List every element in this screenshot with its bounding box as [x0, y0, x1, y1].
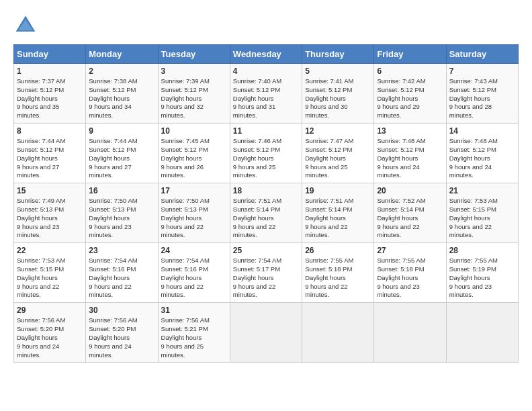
day-info: Sunrise: 7:50 AM Sunset: 5:13 PM Dayligh…: [89, 197, 154, 240]
day-info: Sunrise: 7:45 AM Sunset: 5:12 PM Dayligh…: [161, 137, 227, 180]
day-info: Sunrise: 7:46 AM Sunset: 5:12 PM Dayligh…: [233, 137, 299, 180]
day-cell: 14 Sunrise: 7:48 AM Sunset: 5:12 PM Dayl…: [446, 124, 518, 183]
day-number: 23: [89, 246, 154, 255]
day-number: 13: [377, 126, 443, 136]
day-cell: 4 Sunrise: 7:40 AM Sunset: 5:12 PM Dayli…: [230, 64, 302, 124]
day-info: Sunrise: 7:48 AM Sunset: 5:12 PM Dayligh…: [377, 137, 443, 180]
day-cell: 31 Sunrise: 7:56 AM Sunset: 5:21 PM Dayl…: [158, 303, 230, 363]
day-info: Sunrise: 7:56 AM Sunset: 5:20 PM Dayligh…: [17, 316, 83, 359]
week-row-2: 8 Sunrise: 7:44 AM Sunset: 5:12 PM Dayli…: [14, 124, 519, 183]
column-header-sunday: Sunday: [14, 45, 86, 64]
week-row-3: 15 Sunrise: 7:49 AM Sunset: 5:13 PM Dayl…: [14, 183, 519, 243]
day-cell: 19 Sunrise: 7:51 AM Sunset: 5:14 PM Dayl…: [302, 183, 374, 243]
day-number: 18: [233, 186, 299, 195]
week-row-5: 29 Sunrise: 7:56 AM Sunset: 5:20 PM Dayl…: [14, 303, 519, 363]
day-number: 1: [17, 66, 83, 76]
day-number: 6: [377, 66, 443, 76]
day-cell: 11 Sunrise: 7:46 AM Sunset: 5:12 PM Dayl…: [230, 124, 302, 183]
day-cell: 8 Sunrise: 7:44 AM Sunset: 5:12 PM Dayli…: [14, 124, 86, 183]
day-number: 16: [89, 186, 154, 195]
day-cell: 28 Sunrise: 7:55 AM Sunset: 5:19 PM Dayl…: [446, 243, 518, 303]
day-info: Sunrise: 7:52 AM Sunset: 5:14 PM Dayligh…: [377, 197, 443, 240]
day-number: 29: [17, 306, 83, 315]
day-cell: 9 Sunrise: 7:44 AM Sunset: 5:12 PM Dayli…: [86, 124, 158, 183]
day-info: Sunrise: 7:43 AM Sunset: 5:12 PM Dayligh…: [449, 77, 515, 120]
day-info: Sunrise: 7:55 AM Sunset: 5:18 PM Dayligh…: [305, 257, 371, 300]
day-number: 21: [449, 186, 515, 195]
page-header: [13, 13, 519, 38]
week-row-1: 1 Sunrise: 7:37 AM Sunset: 5:12 PM Dayli…: [14, 64, 519, 124]
day-cell: 18 Sunrise: 7:51 AM Sunset: 5:14 PM Dayl…: [230, 183, 302, 243]
day-info: Sunrise: 7:54 AM Sunset: 5:17 PM Dayligh…: [233, 257, 299, 300]
column-header-tuesday: Tuesday: [158, 45, 230, 64]
day-cell: 22 Sunrise: 7:53 AM Sunset: 5:15 PM Dayl…: [14, 243, 86, 303]
day-number: 4: [233, 66, 299, 76]
day-number: 3: [161, 66, 227, 76]
logo-icon: [13, 13, 38, 38]
day-cell: 1 Sunrise: 7:37 AM Sunset: 5:12 PM Dayli…: [14, 64, 86, 124]
day-info: Sunrise: 7:47 AM Sunset: 5:12 PM Dayligh…: [305, 137, 371, 180]
day-cell: 25 Sunrise: 7:54 AM Sunset: 5:17 PM Dayl…: [230, 243, 302, 303]
day-cell: 17 Sunrise: 7:50 AM Sunset: 5:13 PM Dayl…: [158, 183, 230, 243]
day-cell: 16 Sunrise: 7:50 AM Sunset: 5:13 PM Dayl…: [86, 183, 158, 243]
day-number: 30: [89, 306, 154, 315]
day-number: 24: [161, 246, 227, 255]
day-number: 26: [305, 246, 371, 255]
day-info: Sunrise: 7:50 AM Sunset: 5:13 PM Dayligh…: [161, 197, 227, 240]
day-info: Sunrise: 7:41 AM Sunset: 5:12 PM Dayligh…: [305, 77, 371, 120]
day-cell: [302, 303, 374, 363]
day-cell: [374, 303, 446, 363]
day-info: Sunrise: 7:55 AM Sunset: 5:18 PM Dayligh…: [377, 257, 443, 300]
week-row-4: 22 Sunrise: 7:53 AM Sunset: 5:15 PM Dayl…: [14, 243, 519, 303]
day-info: Sunrise: 7:51 AM Sunset: 5:14 PM Dayligh…: [233, 197, 299, 240]
day-number: 28: [449, 246, 515, 255]
column-header-monday: Monday: [86, 45, 158, 64]
day-number: 27: [377, 246, 443, 255]
day-info: Sunrise: 7:56 AM Sunset: 5:21 PM Dayligh…: [161, 316, 227, 359]
day-cell: 5 Sunrise: 7:41 AM Sunset: 5:12 PM Dayli…: [302, 64, 374, 124]
day-info: Sunrise: 7:56 AM Sunset: 5:20 PM Dayligh…: [89, 316, 154, 359]
day-number: 12: [305, 126, 371, 136]
day-cell: 29 Sunrise: 7:56 AM Sunset: 5:20 PM Dayl…: [14, 303, 86, 363]
day-number: 19: [305, 186, 371, 195]
day-cell: 20 Sunrise: 7:52 AM Sunset: 5:14 PM Dayl…: [374, 183, 446, 243]
day-cell: 26 Sunrise: 7:55 AM Sunset: 5:18 PM Dayl…: [302, 243, 374, 303]
day-info: Sunrise: 7:54 AM Sunset: 5:16 PM Dayligh…: [161, 257, 227, 300]
column-header-wednesday: Wednesday: [230, 45, 302, 64]
day-number: 10: [161, 126, 227, 136]
day-cell: [230, 303, 302, 363]
day-number: 11: [233, 126, 299, 136]
day-cell: 10 Sunrise: 7:45 AM Sunset: 5:12 PM Dayl…: [158, 124, 230, 183]
day-cell: 30 Sunrise: 7:56 AM Sunset: 5:20 PM Dayl…: [86, 303, 158, 363]
day-info: Sunrise: 7:48 AM Sunset: 5:12 PM Dayligh…: [449, 137, 515, 180]
column-header-saturday: Saturday: [446, 45, 518, 64]
day-number: 15: [17, 186, 83, 195]
day-info: Sunrise: 7:42 AM Sunset: 5:12 PM Dayligh…: [377, 77, 443, 120]
day-info: Sunrise: 7:55 AM Sunset: 5:19 PM Dayligh…: [449, 257, 515, 300]
logo: [13, 13, 42, 38]
day-cell: 27 Sunrise: 7:55 AM Sunset: 5:18 PM Dayl…: [374, 243, 446, 303]
day-number: 5: [305, 66, 371, 76]
day-number: 25: [233, 246, 299, 255]
day-cell: 3 Sunrise: 7:39 AM Sunset: 5:12 PM Dayli…: [158, 64, 230, 124]
day-info: Sunrise: 7:44 AM Sunset: 5:12 PM Dayligh…: [89, 137, 154, 180]
day-cell: [446, 303, 518, 363]
day-number: 7: [449, 66, 515, 76]
day-info: Sunrise: 7:53 AM Sunset: 5:15 PM Dayligh…: [17, 257, 83, 300]
day-number: 8: [17, 126, 83, 136]
day-number: 2: [89, 66, 154, 76]
column-header-friday: Friday: [374, 45, 446, 64]
day-cell: 2 Sunrise: 7:38 AM Sunset: 5:12 PM Dayli…: [86, 64, 158, 124]
day-cell: 13 Sunrise: 7:48 AM Sunset: 5:12 PM Dayl…: [374, 124, 446, 183]
day-info: Sunrise: 7:49 AM Sunset: 5:13 PM Dayligh…: [17, 197, 83, 240]
day-number: 22: [17, 246, 83, 255]
day-number: 31: [161, 306, 227, 315]
day-info: Sunrise: 7:39 AM Sunset: 5:12 PM Dayligh…: [161, 77, 227, 120]
day-cell: 7 Sunrise: 7:43 AM Sunset: 5:12 PM Dayli…: [446, 64, 518, 124]
day-number: 14: [449, 126, 515, 136]
day-cell: 6 Sunrise: 7:42 AM Sunset: 5:12 PM Dayli…: [374, 64, 446, 124]
day-info: Sunrise: 7:38 AM Sunset: 5:12 PM Dayligh…: [89, 77, 154, 120]
day-cell: 15 Sunrise: 7:49 AM Sunset: 5:13 PM Dayl…: [14, 183, 86, 243]
day-number: 9: [89, 126, 154, 136]
calendar-table: SundayMondayTuesdayWednesdayThursdayFrid…: [13, 44, 519, 363]
